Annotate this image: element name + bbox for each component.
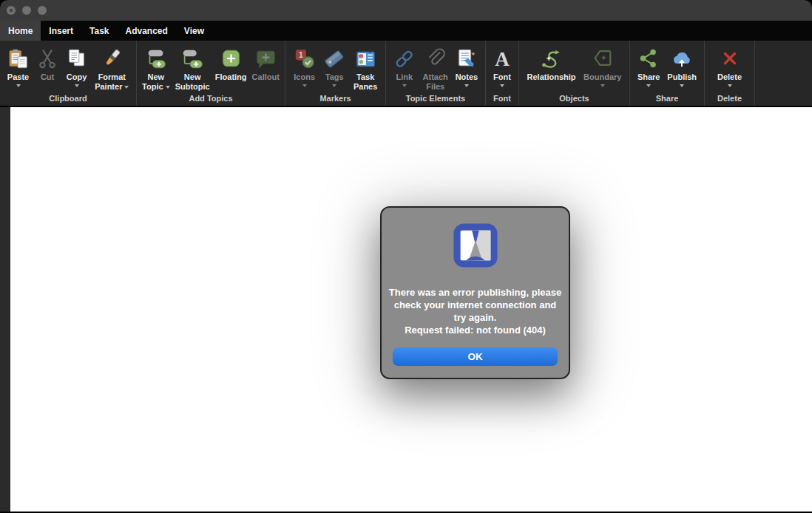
- zoom-window-button[interactable]: [38, 6, 47, 15]
- share-icon: [637, 45, 660, 72]
- link-button: Link: [393, 44, 416, 87]
- cut-button: Cut: [36, 44, 58, 82]
- font-icon: A: [491, 45, 513, 72]
- new-topic-icon: [143, 45, 169, 72]
- notes-dropdown-caret-icon: [464, 84, 469, 87]
- copy-button[interactable]: Copy: [66, 44, 88, 87]
- mindnode-app-icon: [453, 222, 498, 271]
- group-add-topics: New Topic New Subtopic Floating: [137, 41, 285, 106]
- delete-dropdown-caret-icon: [728, 84, 732, 87]
- format-painter-icon: [101, 45, 123, 72]
- ok-button[interactable]: OK: [393, 347, 558, 366]
- boundary-dropdown-caret-icon: [600, 84, 605, 87]
- copy-dropdown-caret-icon: [75, 84, 79, 87]
- relationship-icon: [539, 45, 564, 72]
- group-label-add-topics: Add Topics: [137, 92, 285, 106]
- delete-icon: [719, 45, 741, 72]
- callout-icon: [254, 45, 277, 72]
- task-panes-button[interactable]: 1 Task Panes: [353, 44, 377, 92]
- tab-advanced[interactable]: Advanced: [118, 21, 176, 41]
- floating-topic-icon: [220, 45, 242, 72]
- group-delete: Delete Delete: [705, 41, 755, 106]
- delete-button[interactable]: Delete: [717, 44, 742, 87]
- group-markers: 1 Icons Tags 1 Task Pa: [285, 41, 386, 106]
- group-label-delete: Delete: [705, 92, 754, 106]
- close-window-button[interactable]: [7, 6, 16, 15]
- tab-view[interactable]: View: [176, 21, 212, 41]
- font-dropdown-caret-icon: [500, 84, 504, 87]
- svg-text:1: 1: [299, 51, 303, 59]
- canvas-left-edge: [0, 107, 10, 512]
- tab-insert[interactable]: Insert: [41, 21, 81, 41]
- callout-button: Callout: [252, 44, 280, 82]
- paste-icon: [7, 45, 30, 72]
- notes-button[interactable]: Notes: [456, 44, 478, 87]
- font-button[interactable]: A Font: [491, 44, 513, 87]
- group-topic-elements: Link Attach Files Notes: [386, 41, 486, 106]
- link-dropdown-caret-icon: [402, 84, 407, 87]
- notes-icon: [456, 45, 478, 72]
- attach-files-button: Attach Files: [423, 44, 448, 92]
- app-window: Home Insert Task Advanced View Paste: [0, 0, 812, 513]
- new-subtopic-button[interactable]: New Subtopic: [175, 44, 210, 92]
- group-clipboard: Paste Cut Copy: [0, 41, 137, 106]
- group-label-font: Font: [486, 92, 518, 106]
- attach-files-icon: [424, 45, 447, 72]
- error-message-body: There was an error publishing, please ch…: [388, 286, 564, 324]
- ribbon-filler: [755, 41, 812, 106]
- format-painter-button[interactable]: Format Painter: [95, 44, 129, 92]
- error-message-detail: Request failed: not found (404): [388, 324, 564, 336]
- tab-task[interactable]: Task: [81, 21, 117, 41]
- cut-icon: [36, 45, 58, 72]
- task-panes-icon: 1: [354, 45, 376, 72]
- boundary-icon: [592, 45, 614, 72]
- group-label-share: Share: [630, 92, 704, 106]
- paste-dropdown-caret-icon: [16, 84, 21, 87]
- new-topic-dropdown-caret-icon: [166, 86, 170, 89]
- new-topic-button[interactable]: New Topic: [142, 44, 170, 92]
- icons-dropdown-caret-icon: [302, 84, 307, 87]
- publish-button[interactable]: Publish: [667, 44, 697, 87]
- group-font: A Font Font: [486, 41, 519, 106]
- boundary-button: Boundary: [583, 44, 621, 87]
- share-button[interactable]: Share: [637, 44, 660, 87]
- group-objects: Relationship Boundary Objects: [519, 41, 630, 106]
- tags-dropdown-caret-icon: [332, 84, 336, 87]
- publish-dropdown-caret-icon: [680, 84, 684, 87]
- group-label-topic-elements: Topic Elements: [386, 92, 485, 106]
- tags-icon: [323, 45, 345, 72]
- error-message: There was an error publishing, please ch…: [388, 286, 564, 337]
- new-subtopic-icon: [180, 45, 205, 72]
- relationship-button[interactable]: Relationship: [527, 44, 576, 82]
- publish-error-dialog: There was an error publishing, please ch…: [380, 206, 570, 379]
- publish-icon: [671, 45, 693, 72]
- group-label-markers: Markers: [285, 92, 385, 106]
- minimize-window-button[interactable]: [22, 6, 31, 15]
- tags-button: Tags: [323, 44, 345, 87]
- tab-home[interactable]: Home: [0, 21, 41, 41]
- paste-button[interactable]: Paste: [7, 44, 30, 87]
- group-label-clipboard: Clipboard: [0, 92, 136, 106]
- ribbon-tab-bar: Home Insert Task Advanced View: [0, 21, 812, 41]
- marker-icons-icon: 1: [294, 45, 316, 72]
- share-dropdown-caret-icon: [646, 84, 651, 87]
- titlebar: [0, 0, 812, 21]
- format-painter-dropdown-caret-icon: [124, 86, 129, 89]
- floating-topic-button[interactable]: Floating: [215, 44, 247, 82]
- icons-button: 1 Icons: [294, 44, 316, 87]
- mindmap-canvas[interactable]: There was an error publishing, please ch…: [0, 107, 812, 512]
- svg-text:A: A: [495, 48, 510, 70]
- link-icon: [393, 45, 416, 72]
- copy-icon: [66, 45, 88, 72]
- group-share: Share Publish Share: [630, 41, 705, 106]
- group-label-objects: Objects: [519, 92, 629, 106]
- ribbon: Paste Cut Copy: [0, 41, 812, 107]
